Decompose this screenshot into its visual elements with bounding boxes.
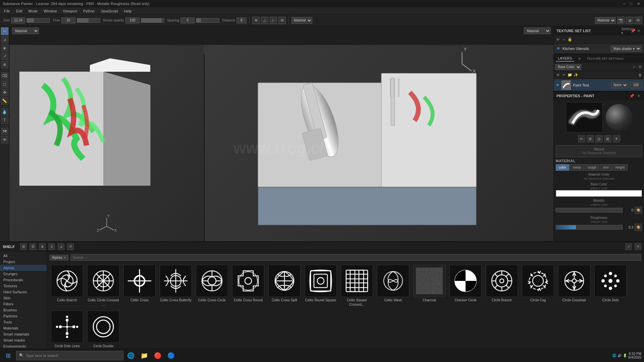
color-pick-tool[interactable]: 💧 [1,108,8,116]
shelf-item-charcoal[interactable]: Charcoal [412,263,447,308]
taskbar-search-placeholder[interactable]: Type here to search [26,354,58,358]
mirror-btn[interactable]: △ [261,17,268,24]
pp-close-btn[interactable]: ✕ [636,93,641,99]
start-button[interactable]: ⊞ [1,349,15,362]
tsl-item[interactable]: 👁 Kitchen Utensils Main shader ▾ [554,44,644,54]
menu-file[interactable]: File [1,8,13,14]
shelf-cat-project[interactable]: Project [0,259,47,265]
window-controls[interactable]: ─ □ ✕ [622,2,641,6]
minimize-btn[interactable]: ─ [622,2,627,6]
spacing-input[interactable] [180,17,195,23]
menu-viewport[interactable]: Viewport [60,8,80,14]
pp-paint-icon[interactable]: ✏ [578,135,585,142]
filter-tag-remove[interactable]: ✕ [63,256,66,259]
shelf-grid-view[interactable]: ⊞ [20,243,27,250]
shelf-cat-smart-masks[interactable]: Smart masks [0,337,47,343]
clone-tool[interactable]: ⊕ [1,61,8,68]
material-select-left[interactable]: Material [291,17,312,24]
tsl-close-btn[interactable]: ✕ [636,28,641,34]
shelf-cat-brushes[interactable]: Brushes [0,307,47,313]
filter-tag-alphas[interactable]: Alphas ✕ [50,255,68,260]
shelf-item-celtic-cross-round[interactable]: Celtic Cross Round [231,263,266,308]
lp-channel-cfg[interactable]: ⚙ [637,64,643,70]
close-btn[interactable]: ✕ [636,2,641,6]
viewport-mode-select[interactable]: Material [12,27,39,34]
pp-env-icon[interactable]: ◎ [595,135,603,142]
shelf-cat-smart-materials[interactable]: Smart materials [0,331,47,337]
shelf-item-celtic-cross-butterfly[interactable]: Celtic Cross Butterfly [158,263,193,308]
tsl-pin-btn[interactable]: 📌 [631,28,636,34]
measure-tool[interactable]: 📏 [1,97,8,105]
mat-tab-metal[interactable]: metal [570,164,584,171]
viewport-mode-select2[interactable]: Material [524,27,551,34]
fill-tool[interactable]: ⊿ [1,36,8,43]
pp-sun-icon[interactable]: ☀ [613,135,620,142]
lp-channel-add[interactable]: + [631,64,637,70]
lp-close-tab[interactable]: ✕ [577,56,582,61]
tsl-shader-select[interactable]: Main shader ▾ [611,46,641,52]
shelf-close[interactable]: ✕ [635,243,641,250]
layer-opacity[interactable] [630,82,642,88]
pp-3d-icon[interactable]: ⊕ [587,135,594,142]
menu-mode[interactable]: Mode [26,8,41,14]
shelf-export[interactable]: ⊻ [48,243,55,250]
right-viewport[interactable]: Y X [205,45,553,241]
layer-blend-select[interactable]: Norm [611,82,628,88]
mask-tool[interactable]: ◈ [1,44,8,52]
taskbar-browser-icon[interactable]: 🌐 [125,350,137,362]
shelf-item-celtic-cross-circle[interactable]: Celtic Cross Circle [195,263,229,308]
tsl-add-btn[interactable]: + [561,37,567,42]
layer-row[interactable]: 👁 Paint Test Norm [554,79,644,91]
taskbar-search[interactable]: 🔍 Type here to search [16,351,123,360]
grid-btn[interactable]: ⊞ [278,17,286,24]
transform-tool[interactable]: ✥ [1,89,8,96]
tsl-settings-btn[interactable]: Settings ▾ [625,28,631,34]
lp-add-effect[interactable]: ✨ [573,72,579,78]
flow-input[interactable] [61,17,75,23]
mat-tab-height[interactable]: height [612,164,628,171]
shelf-cat-alphas[interactable]: Alphas [0,265,47,271]
left-viewport[interactable]: Y X Z [9,45,204,241]
shelf-item-celtic-cross-split[interactable]: Celtic Cross Split [267,263,302,308]
taskbar-explorer-icon[interactable]: 📁 [138,350,150,362]
metallic-picker[interactable]: 🎨 [635,206,642,214]
roughness-picker[interactable]: 🎨 [635,224,642,231]
shelf-cat-hard-surfaces[interactable]: Hard Surfaces [0,289,47,295]
text-tool[interactable]: T [1,117,8,124]
shelf-cat-skin[interactable]: Skin [0,295,47,301]
taskbar-time[interactable]: 8:32 PM 6/4/2020 [628,352,641,359]
shelf-item-celtic-cross[interactable]: Celtic Cross [122,263,157,308]
align-btn[interactable]: ⊕ [252,17,260,24]
stroke-slider[interactable] [141,18,164,23]
shelf-import[interactable]: ⊕ [39,243,46,250]
shelf-item-celtic-circle-crossed[interactable]: Celtic Circle Crossed ... [86,263,121,308]
shelf-cat-environments[interactable]: Environments [0,343,47,349]
nav-tool[interactable]: 🗺 [1,128,8,135]
taskbar-app2-icon[interactable]: 🔵 [165,350,177,362]
taskbar-app1-icon[interactable]: 🔴 [152,350,164,362]
spacing-slider[interactable] [196,18,219,23]
tab-layers[interactable]: LAYERS [556,56,574,62]
roughness-slider[interactable] [556,225,623,230]
shelf-item-circle-double[interactable]: Circle Double [86,309,121,349]
lp-add-paint[interactable]: ✏ [561,72,567,78]
shelf-item-celtic-wave[interactable]: Celtic Wave [376,263,411,308]
shelf-cat-all[interactable]: All [0,253,47,259]
shelf-cat-particles[interactable]: Particles [0,313,47,319]
shelf-cat-textures[interactable]: Textures [0,283,47,289]
mat-tab-rough[interactable]: rough [585,164,599,171]
mat-tab-nrm[interactable]: nrm [600,164,612,171]
shelf-item-circle-cog[interactable]: Circle Cog [521,263,555,308]
menu-javascript[interactable]: JavaScript [98,8,120,14]
menu-python[interactable]: Python [80,8,97,14]
lp-add-folder[interactable]: 📁 [567,72,573,78]
render-btn[interactable]: 🖥 [626,17,633,24]
shelf-cat-procedurals[interactable]: Procedurals [0,277,47,283]
shelf-item-circle-dots-lines[interactable]: Circle Dots Lines [50,309,85,349]
shelf-item-celtic-square-crossed[interactable]: Celtic Square Crossed... [339,263,374,308]
shelf-search-input[interactable] [70,254,641,261]
shelf-cat-filters[interactable]: Filters [0,301,47,307]
lp-delete[interactable]: 🗑 [637,72,643,78]
shelf-cat-tools[interactable]: Tools [0,319,47,325]
shelf-cat-materials[interactable]: Materials [0,325,47,331]
